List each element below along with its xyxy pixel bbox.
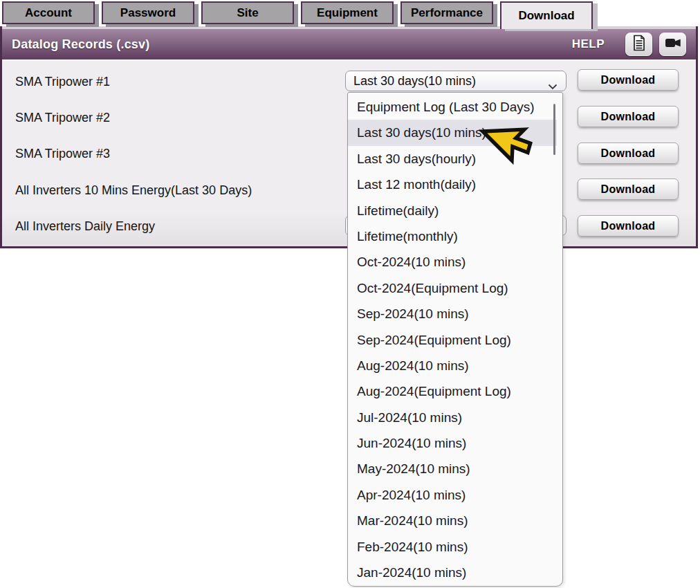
- download-button-row-5[interactable]: Download: [578, 215, 679, 237]
- dropdown-option[interactable]: Last 12 month(daily): [348, 172, 562, 197]
- page-title: Datalog Records (.csv): [12, 37, 149, 52]
- dropdown-option[interactable]: Oct-2024(10 mins): [348, 249, 562, 275]
- dropdown-option[interactable]: Feb-2024(10 mins): [348, 534, 562, 560]
- download-button-row-3[interactable]: Download: [578, 143, 679, 164]
- row-label-sma-tripower-3: SMA Tripower #3: [15, 143, 110, 164]
- download-button-row-4[interactable]: Download: [578, 178, 679, 200]
- dropdown-option[interactable]: May-2024(10 mins): [348, 456, 562, 481]
- dropdown-option[interactable]: Oct-2024(Equipment Log): [348, 275, 562, 301]
- dropdown-option[interactable]: Sep-2024(Equipment Log): [348, 327, 562, 353]
- dropdown-option[interactable]: Lifetime(monthly): [348, 223, 562, 249]
- tab-equipment[interactable]: Equipment: [301, 1, 394, 24]
- dropdown-option[interactable]: Lifetime(daily): [348, 198, 562, 223]
- period-select-value: Last 30 days(10 mins): [353, 74, 476, 89]
- row-label-sma-tripower-1: SMA Tripower #1: [15, 71, 110, 92]
- tab-account[interactable]: Account: [2, 1, 95, 24]
- dropdown-option[interactable]: Jun-2024(10 mins): [348, 430, 562, 456]
- video-camera-icon: [665, 37, 681, 52]
- period-select[interactable]: Last 30 days(10 mins): [345, 71, 567, 91]
- video-tutorial-button[interactable]: [659, 33, 686, 56]
- download-button-row-1[interactable]: Download: [578, 69, 679, 91]
- document-log-button[interactable]: [625, 33, 652, 56]
- dropdown-option[interactable]: Equipment Log (Last 30 Days): [348, 94, 562, 120]
- help-link[interactable]: HELP: [572, 37, 605, 51]
- dropdown-option[interactable]: Aug-2024(Equipment Log): [348, 378, 562, 404]
- tab-site[interactable]: Site: [201, 1, 294, 24]
- dropdown-option[interactable]: Last 30 days(10 mins): [348, 120, 557, 145]
- chevron-down-icon: [548, 79, 558, 93]
- download-button-row-2[interactable]: Download: [578, 106, 679, 127]
- tab-password[interactable]: Password: [102, 1, 194, 24]
- dropdown-option[interactable]: Jul-2024(10 mins): [348, 405, 562, 430]
- row-label-sma-tripower-2: SMA Tripower #2: [15, 107, 110, 128]
- dropdown-option[interactable]: Apr-2024(10 mins): [348, 482, 562, 508]
- tab-download[interactable]: Download: [500, 1, 593, 29]
- dropdown-option[interactable]: Sep-2024(10 mins): [348, 301, 562, 327]
- row-label-all-inverters-10min: All Inverters 10 Mins Energy(Last 30 Day…: [15, 180, 252, 201]
- period-dropdown-list: Equipment Log (Last 30 Days) Last 30 day…: [347, 92, 563, 587]
- dropdown-scrollbar-thumb[interactable]: [553, 104, 555, 155]
- panel-header: Datalog Records (.csv) HELP: [2, 29, 696, 61]
- document-icon: [632, 35, 646, 54]
- tab-bar: Account Password Site Equipment Performa…: [2, 1, 593, 29]
- dropdown-option[interactable]: Jan-2024(10 mins): [348, 560, 562, 585]
- dropdown-option[interactable]: Aug-2024(10 mins): [348, 353, 562, 378]
- row-label-all-inverters-daily: All Inverters Daily Energy: [15, 216, 155, 237]
- dropdown-option[interactable]: Mar-2024(10 mins): [348, 508, 562, 533]
- tab-performance[interactable]: Performance: [400, 1, 493, 24]
- dropdown-option[interactable]: Last 30 days(hourly): [348, 146, 562, 172]
